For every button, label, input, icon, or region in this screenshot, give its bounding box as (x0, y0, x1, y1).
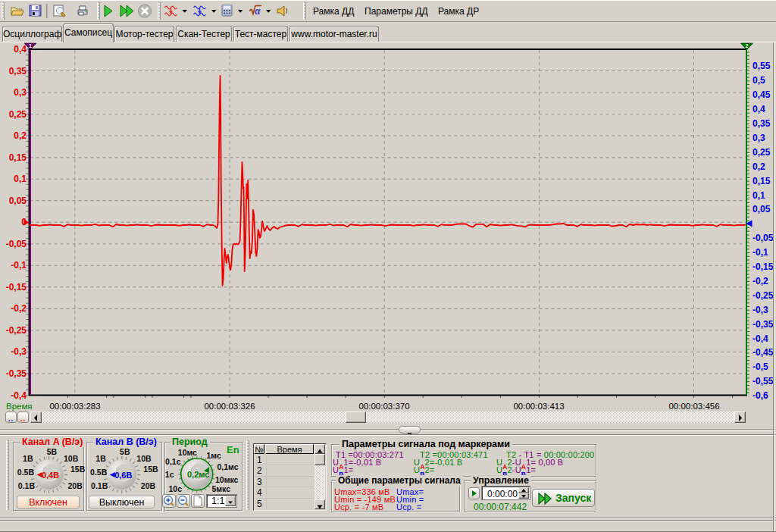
svg-text:-0,25: -0,25 (753, 290, 774, 301)
svg-text:-0,05: -0,05 (6, 239, 27, 249)
svg-text:0,05: 0,05 (753, 204, 771, 214)
svg-text:-0,25: -0,25 (6, 325, 27, 336)
svg-text:0,1: 0,1 (14, 174, 27, 184)
svg-text:-0,4: -0,4 (753, 333, 768, 344)
svg-text:-0,3: -0,3 (11, 346, 27, 357)
svg-text:0,2: 0,2 (14, 130, 27, 141)
svg-text:-0,5: -0,5 (753, 361, 768, 372)
svg-text:00:00:03:413: 00:00:03:413 (513, 402, 564, 411)
svg-text:2: 2 (746, 43, 749, 49)
svg-text:0,1: 0,1 (753, 190, 765, 201)
svg-text:0,3: 0,3 (753, 133, 765, 143)
svg-text:0,45: 0,45 (753, 89, 771, 100)
svg-text:0,2: 0,2 (753, 161, 765, 172)
svg-text:0,35: 0,35 (753, 118, 771, 129)
svg-text:0,5: 0,5 (753, 75, 765, 86)
svg-text:00:00:03:283: 00:00:03:283 (49, 402, 100, 411)
svg-text:-0,6: -0,6 (753, 390, 768, 401)
svg-text:-0,55: -0,55 (753, 376, 774, 386)
svg-text:0,15: 0,15 (753, 176, 771, 186)
svg-text:Время: Время (6, 402, 33, 411)
svg-text:00:00:03:326: 00:00:03:326 (204, 402, 255, 411)
svg-text:-0,2: -0,2 (11, 303, 27, 314)
svg-text:0,15: 0,15 (9, 152, 27, 163)
svg-text:0,05: 0,05 (9, 196, 27, 206)
svg-text:0,25: 0,25 (9, 109, 27, 120)
svg-text:-0,2: -0,2 (753, 276, 768, 286)
svg-text:00:00:03:370: 00:00:03:370 (358, 402, 409, 411)
svg-text:-0,15: -0,15 (6, 282, 27, 293)
svg-text:0,4: 0,4 (14, 44, 27, 55)
svg-text:0,25: 0,25 (753, 147, 771, 158)
svg-text:-0,15: -0,15 (753, 261, 774, 272)
svg-text:-0,35: -0,35 (753, 319, 774, 330)
svg-text:0,3: 0,3 (14, 87, 27, 98)
svg-text:-0,1: -0,1 (753, 247, 768, 258)
svg-text:00:00:03:456: 00:00:03:456 (668, 402, 719, 411)
svg-text:-0,3: -0,3 (753, 305, 768, 315)
svg-text:-0,35: -0,35 (6, 368, 27, 379)
svg-text:0,4: 0,4 (753, 104, 765, 114)
svg-text:-0,4: -0,4 (11, 390, 27, 401)
svg-text:0,35: 0,35 (9, 66, 27, 77)
svg-text:1: 1 (29, 43, 32, 49)
svg-text:-0,05: -0,05 (753, 233, 774, 243)
svg-text:-0,1: -0,1 (11, 260, 27, 271)
svg-text:α: α (255, 6, 261, 17)
svg-text:-0,45: -0,45 (753, 347, 774, 358)
svg-text:0,55: 0,55 (753, 61, 771, 71)
